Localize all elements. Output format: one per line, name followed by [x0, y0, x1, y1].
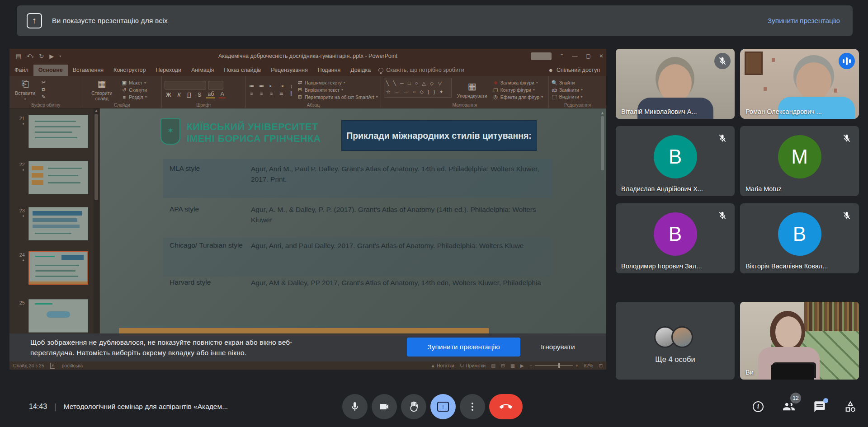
text-direction-button[interactable]: ⇄Напрямок тексту▾ [297, 80, 378, 85]
ribbon-display-options-icon[interactable]: ⌃ [560, 53, 564, 59]
replace-button[interactable]: abЗамінити▾ [552, 87, 583, 93]
zoom-slider[interactable]: − + [529, 363, 578, 368]
tab-file[interactable]: Файл [9, 65, 33, 76]
select-button[interactable]: ⬚Виділити▾ [552, 94, 583, 100]
slide-sorter-icon[interactable]: ⊞ [501, 363, 505, 368]
slide-thumbnail-24-selected[interactable]: 24✦ [9, 251, 88, 285]
bullets-icon[interactable]: ≔ [249, 83, 255, 89]
self-video [740, 302, 859, 380]
tell-me-box[interactable]: Скажіть, що потрібно зробити [378, 67, 464, 76]
avatar: M [778, 135, 821, 178]
ignore-button[interactable]: Ігнорувати [528, 338, 587, 357]
reset-button[interactable]: ↺Скинути [121, 87, 147, 93]
tab-transitions[interactable]: Переходи [151, 65, 186, 76]
shapes-gallery[interactable]: ╲ ╲ ─ □ ○ △ ◇ ▽ ☆ ↔ ⇔ ○ ◇ { } ✦ [384, 78, 452, 98]
text-highlight-icon[interactable]: аб [206, 91, 215, 99]
meeting-details-button[interactable]: i [751, 400, 765, 413]
smartart-button[interactable]: ⊞Перетворити на об'єкт SmartArt▾ [297, 94, 378, 100]
bold-button[interactable]: Ж [165, 92, 172, 98]
arrange-button[interactable]: ▦ Упорядкувати [454, 78, 490, 102]
camera-button[interactable] [372, 394, 397, 419]
columns-icon[interactable]: ∥ [288, 90, 294, 96]
paste-button[interactable]: ⎗ Вставити▾ [12, 78, 38, 102]
underline-button[interactable]: П [186, 92, 193, 98]
copy-icon[interactable]: ⧉ [41, 87, 47, 93]
language-indicator[interactable]: російська [61, 363, 83, 368]
align-text-button[interactable]: ⊟Вирівняти текст▾ [297, 87, 378, 93]
slideshow-icon[interactable]: ▶ [520, 363, 524, 368]
scroll-up-icon[interactable]: ▲ [599, 110, 605, 115]
section-button[interactable]: ≡Розділ▾ [121, 94, 147, 100]
notes-button[interactable]: ▲ Нотатки [431, 363, 454, 368]
raise-hand-button[interactable] [401, 394, 426, 419]
scroll-up-icon[interactable]: ▲ [94, 108, 99, 113]
present-button-active[interactable]: ↑ [430, 394, 456, 419]
numbering-icon[interactable]: ≕ [259, 83, 264, 89]
tab-review[interactable]: Рецензування [266, 65, 312, 76]
tab-design[interactable]: Конструктор [108, 65, 151, 76]
comments-button[interactable]: 🗩 Примітки [460, 363, 486, 368]
stop-presenting-link[interactable]: Зупинити презентацію [768, 17, 840, 25]
overflow-participants-tile[interactable]: Ще 4 особи [616, 302, 735, 380]
shape-effects-button[interactable]: ◎Ефекти для фігур▾ [493, 94, 543, 100]
slide-thumbnail-21[interactable]: 21✦ [9, 115, 88, 148]
slide-thumbnail-22[interactable]: 22✦ [9, 161, 88, 194]
justify-icon[interactable]: ≣ [278, 90, 284, 96]
close-icon[interactable]: ✕ [599, 53, 604, 59]
strikethrough-button[interactable]: S [196, 92, 203, 98]
new-slide-button[interactable]: ▦ Створити слайд [85, 78, 118, 102]
editor-scrollbar[interactable]: ▲ [599, 110, 605, 334]
normal-view-icon[interactable]: ▤ [491, 363, 495, 368]
font-name-box[interactable] [165, 81, 206, 89]
mic-button[interactable] [342, 394, 368, 419]
end-call-button[interactable] [489, 394, 523, 419]
slide-thumbnail-25[interactable]: 25 [9, 299, 88, 333]
participant-tile[interactable]: В Владислав Андрійович Х... [616, 126, 735, 196]
cut-icon[interactable]: ✂ [41, 80, 47, 85]
increase-indent-icon[interactable]: ⇥ [278, 83, 284, 89]
chat-button[interactable] [813, 400, 826, 413]
align-center-icon[interactable]: ≡ [259, 91, 264, 96]
stop-presenting-button[interactable]: Зупинити презентацію [407, 338, 520, 357]
font-size-box[interactable] [208, 81, 223, 89]
shape-outline-button[interactable]: ▢Контур фігури▾ [493, 87, 543, 93]
participant-tile[interactable]: Віталій Миколайович А... [616, 49, 735, 119]
participant-tile[interactable]: M Maria Motuz [740, 126, 859, 196]
reading-view-icon[interactable]: ▦ [510, 363, 515, 368]
tab-slideshow[interactable]: Показ слайдів [219, 65, 266, 76]
participant-tile-speaking[interactable]: Роман Олександрович ... [740, 49, 859, 119]
minimize-icon[interactable]: — [572, 53, 578, 59]
tab-home[interactable]: Основне [33, 65, 68, 76]
activities-button[interactable] [844, 400, 857, 413]
align-right-icon[interactable]: ≡ [269, 91, 274, 96]
italic-button[interactable]: К [176, 92, 182, 98]
citation-style-label: Chicago/ Turabian style [170, 240, 246, 250]
tab-animations[interactable]: Анімація [186, 65, 219, 76]
format-painter-icon[interactable]: ✎ [41, 94, 47, 100]
line-spacing-icon[interactable]: ↕ [288, 84, 294, 89]
spellcheck-icon[interactable]: ✗ [50, 363, 55, 369]
align-left-icon[interactable]: ≡ [249, 91, 255, 96]
participant-tile[interactable]: В Володимир Ігорович Зал... [616, 203, 735, 273]
restore-icon[interactable]: ▢ [586, 53, 591, 59]
panel-scrollbar[interactable]: ▲ [94, 108, 99, 361]
show-participants-button[interactable]: 12 [782, 400, 796, 413]
slide-thumbnail-23[interactable]: 23✦ [9, 207, 88, 240]
tab-insert[interactable]: Вставлення [68, 65, 108, 76]
more-options-button[interactable] [460, 394, 485, 419]
self-view-tile[interactable]: Ви [740, 302, 859, 380]
share-button[interactable]: ☻ Спільний доступ [548, 67, 600, 76]
tab-help[interactable]: Довідка [345, 65, 376, 76]
tab-view[interactable]: Подання [313, 65, 345, 76]
participant-tile[interactable]: В Вікторія Василівна Ковал... [740, 203, 859, 273]
font-color-icon[interactable]: А [219, 91, 225, 99]
layout-button[interactable]: ▣Макет▾ [121, 80, 147, 86]
find-button[interactable]: 🔍Знайти [552, 80, 583, 86]
fit-to-window-icon[interactable]: ⊡ [599, 363, 603, 368]
slide-counter: Слайд 24 з 25 [13, 363, 44, 368]
shape-fill-button[interactable]: ◆Заливка фігури▾ [493, 80, 543, 85]
zoom-level[interactable]: 82% [584, 363, 593, 368]
present-icon: ↑ [437, 402, 449, 412]
account-badge[interactable] [531, 52, 552, 60]
decrease-indent-icon[interactable]: ⇤ [269, 83, 274, 89]
